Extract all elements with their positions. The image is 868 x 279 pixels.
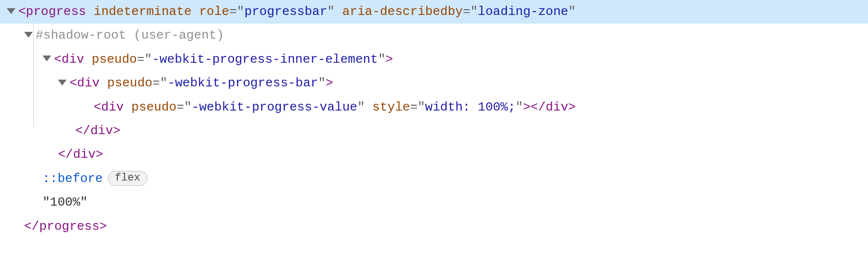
attr-value: -webkit-progress-inner-element xyxy=(152,48,378,71)
attr-name: style xyxy=(372,96,410,119)
tag-name: div xyxy=(77,71,100,95)
disclosure-triangle-icon[interactable] xyxy=(7,8,15,14)
attr-value: -webkit-progress-bar xyxy=(168,71,318,95)
pseudo-before-node[interactable]: ::before flex xyxy=(0,167,868,191)
dom-node-div-bar[interactable]: <div pseudo="-webkit-progress-bar"> xyxy=(0,71,868,95)
tag-close: progress xyxy=(39,215,99,238)
dom-node-div-value[interactable]: <div pseudo="-webkit-progress-value" sty… xyxy=(0,96,868,119)
dom-tree-panel: <progress indeterminate role="progressba… xyxy=(0,0,868,238)
shadow-root-label: #shadow-root (user-agent) xyxy=(36,24,224,47)
attr-value: progressbar xyxy=(244,0,327,24)
attr-name: role xyxy=(199,0,229,24)
attr-name: pseudo xyxy=(107,71,153,95)
pseudo-selector: ::before xyxy=(42,167,103,191)
text-node-content: "100%" xyxy=(42,191,88,214)
tag-name: progress xyxy=(26,0,86,24)
attr-name: pseudo xyxy=(131,96,177,119)
disclosure-triangle-icon[interactable] xyxy=(58,80,67,85)
attr-value: width: 100%; xyxy=(425,96,516,119)
text-node[interactable]: "100%" xyxy=(0,191,868,214)
tag-name: div xyxy=(101,96,124,119)
tag-close: div xyxy=(73,143,96,167)
disclosure-triangle-icon[interactable] xyxy=(24,32,33,38)
attr-value: -webkit-progress-value xyxy=(192,96,357,119)
dom-close-div[interactable]: </div> xyxy=(0,143,868,167)
tag-name: div xyxy=(62,48,84,71)
dom-node-div-inner[interactable]: <div pseudo="-webkit-progress-inner-elem… xyxy=(0,48,868,71)
attr-name: aria-describedby xyxy=(342,0,463,24)
tag-close: div xyxy=(546,96,568,119)
dom-node-progress[interactable]: <progress indeterminate role="progressba… xyxy=(0,0,868,24)
dom-close-progress[interactable]: </progress> xyxy=(0,215,868,238)
angle-bracket: < xyxy=(18,0,26,24)
disclosure-triangle-icon[interactable] xyxy=(42,56,51,61)
tag-close: div xyxy=(90,119,113,143)
display-badge: flex xyxy=(108,171,148,185)
dom-close-div[interactable]: </div> xyxy=(0,119,868,143)
attr-value: loading-zone xyxy=(478,0,568,24)
tree-guide-line xyxy=(33,24,34,127)
attr-name: indeterminate xyxy=(94,0,192,24)
shadow-root-node[interactable]: #shadow-root (user-agent) xyxy=(0,24,868,47)
attr-name: pseudo xyxy=(92,48,137,71)
